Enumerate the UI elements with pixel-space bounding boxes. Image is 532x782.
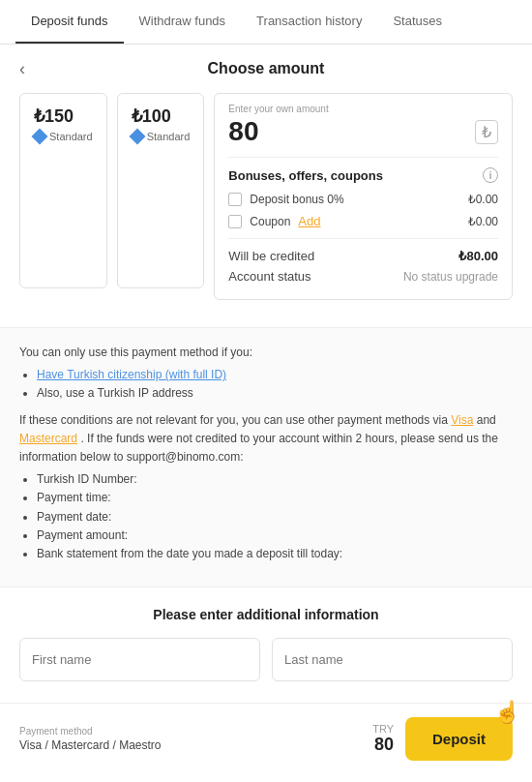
back-button[interactable]: ‹ <box>19 59 25 79</box>
header: ‹ Choose amount <box>0 45 532 85</box>
deposit-bonus-label: Deposit bonus 0% <box>250 193 343 206</box>
additional-section: Please enter additional information <box>0 586 532 703</box>
coupon-amount: ₺0.00 <box>468 215 498 228</box>
divider-1 <box>228 157 498 158</box>
bonuses-header: Bonuses, offers, coupons i <box>228 167 498 183</box>
support-item-2: Payment time: <box>37 489 513 507</box>
diamond-icon-1 <box>32 129 48 145</box>
currency-amount: 80 <box>372 735 394 755</box>
note2-text: . If the funds were not credited to your… <box>19 432 498 464</box>
coupon-add-link[interactable]: Add <box>298 214 320 228</box>
amount-value-2: ₺100 <box>132 105 191 127</box>
bottom-bar: Payment method Visa / Mastercard / Maest… <box>0 703 532 774</box>
diamond-icon-2 <box>129 129 145 145</box>
name-form-row <box>19 638 513 681</box>
support-items-list: Turkish ID Number: Payment time: Payment… <box>37 470 513 563</box>
visa-link[interactable]: Visa <box>451 413 473 427</box>
amount-card-150[interactable]: ₺150 Standard <box>19 93 107 288</box>
support-item-1: Turkish ID Number: <box>37 470 513 489</box>
amount-input-inner: 80 ₺ <box>228 116 498 147</box>
bonus-left-2: Coupon Add <box>228 214 320 228</box>
info-icon[interactable]: i <box>483 167 498 183</box>
bonuses-title: Bonuses, offers, coupons <box>228 168 383 183</box>
condition-2: Also, use a Turkish IP address <box>37 384 513 403</box>
payment-method-value: Visa / Mastercard / Maestro <box>19 738 162 752</box>
additional-title: Please enter additional information <box>19 607 513 622</box>
custom-amount-box: Enter your own amount 80 ₺ <box>228 104 498 147</box>
mastercard-link[interactable]: Mastercard <box>19 432 77 445</box>
bonus-row-deposit: Deposit bonus 0% ₺0.00 <box>228 193 498 206</box>
info-intro: You can only use this payment method if … <box>19 344 513 362</box>
deposit-bonus-checkbox[interactable] <box>228 193 242 206</box>
custom-amount-label: Enter your own amount <box>228 104 498 114</box>
coupon-label-prefix: Coupon <box>250 215 290 228</box>
bonus-left-1: Deposit bonus 0% <box>228 193 343 206</box>
coupon-checkbox[interactable] <box>228 215 242 228</box>
will-be-credited-row: Will be credited ₺80.00 <box>228 249 498 263</box>
credited-value: ₺80.00 <box>458 249 498 263</box>
page-title: Choose amount <box>19 60 513 77</box>
deposit-button[interactable]: Deposit ☝ <box>405 717 513 761</box>
tab-deposit[interactable]: Deposit funds <box>15 0 124 44</box>
status-label: Account status <box>228 269 310 284</box>
last-name-input[interactable] <box>272 638 513 681</box>
currency-icon: ₺ <box>475 120 498 144</box>
conditions-list: Have Turkish citizenship (with full ID) … <box>37 366 513 403</box>
amount-label-2: Standard <box>132 131 191 142</box>
credited-label: Will be credited <box>228 249 314 263</box>
tab-withdraw[interactable]: Withdraw funds <box>124 0 242 44</box>
payment-method-label: Payment method <box>19 726 162 737</box>
deposit-button-label: Deposit <box>432 731 486 747</box>
first-name-input[interactable] <box>19 638 260 681</box>
deposit-bonus-amount: ₺0.00 <box>468 193 498 206</box>
support-item-5: Bank statement from the date you made a … <box>37 545 513 563</box>
amount-value-1: ₺150 <box>34 105 93 127</box>
support-item-3: Payment date: <box>37 508 513 526</box>
support-item-4: Payment amount: <box>37 526 513 545</box>
amount-cards: ₺150 Standard ₺100 Standard <box>19 93 204 288</box>
payment-info: Payment method Visa / Mastercard / Maest… <box>19 726 162 752</box>
payment-right: TRY 80 Deposit ☝ <box>372 717 513 761</box>
currency-amount-display: TRY 80 <box>372 723 394 755</box>
info-note: If these conditions are not relevant for… <box>19 411 513 467</box>
cursor-icon: ☝ <box>494 700 520 725</box>
tab-history[interactable]: Transaction history <box>241 0 377 44</box>
right-panel: Enter your own amount 80 ₺ Bonuses, offe… <box>214 93 513 300</box>
tab-statuses[interactable]: Statuses <box>377 0 458 44</box>
amount-label-1: Standard <box>34 131 93 142</box>
top-row: ₺150 Standard ₺100 Standard Enter your o… <box>19 93 513 300</box>
amount-card-100[interactable]: ₺100 Standard <box>117 93 205 288</box>
main-content: ₺150 Standard ₺100 Standard Enter your o… <box>0 85 532 327</box>
bonus-row-coupon: Coupon Add ₺0.00 <box>228 214 498 228</box>
condition-1: Have Turkish citizenship (with full ID) <box>37 366 513 384</box>
custom-amount-value[interactable]: 80 <box>228 116 258 147</box>
info-section: You can only use this payment method if … <box>0 327 532 586</box>
divider-2 <box>228 238 498 239</box>
account-status-row: Account status No status upgrade <box>228 269 498 284</box>
status-value: No status upgrade <box>403 270 498 284</box>
currency-label: TRY <box>372 723 394 735</box>
tabs-bar: Deposit funds Withdraw funds Transaction… <box>0 0 532 45</box>
